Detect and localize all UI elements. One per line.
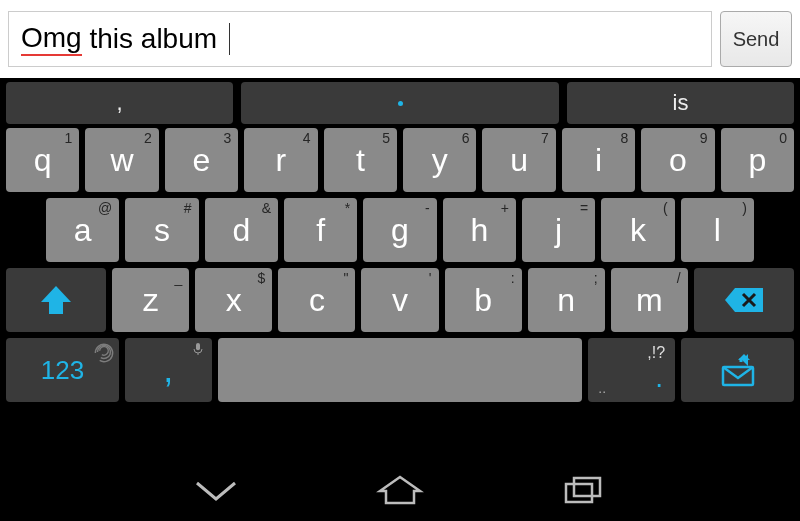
home-icon <box>376 473 424 507</box>
key-main: e <box>193 142 211 179</box>
key-sub: 2 <box>144 130 152 146</box>
key-main: f <box>316 212 325 249</box>
suggestion-row: , is <box>6 82 794 124</box>
key-main: l <box>714 212 721 249</box>
key-a[interactable]: @a <box>46 198 119 262</box>
key-sub: 4 <box>303 130 311 146</box>
back-button[interactable] <box>189 470 243 510</box>
period-key[interactable]: ,!? .. . <box>588 338 675 402</box>
key-sub: ) <box>742 200 747 216</box>
key-t[interactable]: 5t <box>324 128 397 192</box>
key-main: v <box>392 282 408 319</box>
key-s[interactable]: #s <box>125 198 198 262</box>
send-label: Send <box>733 28 780 51</box>
key-sub: 0 <box>779 130 787 146</box>
key-main: t <box>356 142 365 179</box>
key-main: a <box>74 212 92 249</box>
numbers-key[interactable]: 123 <box>6 338 119 402</box>
key-main: z <box>143 282 159 319</box>
svg-rect-3 <box>566 484 592 502</box>
suggestion-dot-icon <box>398 101 403 106</box>
key-main: u <box>510 142 528 179</box>
key-h[interactable]: +h <box>443 198 516 262</box>
comma-label: , <box>163 349 173 391</box>
key-sub: 8 <box>620 130 628 146</box>
key-main: w <box>111 142 134 179</box>
message-input[interactable]: Omg this album <box>8 11 712 67</box>
key-f[interactable]: *f <box>284 198 357 262</box>
key-main: o <box>669 142 687 179</box>
key-main: n <box>557 282 575 319</box>
enter-key[interactable] <box>681 338 794 402</box>
key-main: i <box>595 142 602 179</box>
send-button[interactable]: Send <box>720 11 792 67</box>
key-main: k <box>630 212 646 249</box>
key-main: b <box>474 282 492 319</box>
key-b[interactable]: :b <box>445 268 522 332</box>
home-button[interactable] <box>373 470 427 510</box>
key-l[interactable]: )l <box>681 198 754 262</box>
key-k[interactable]: (k <box>601 198 674 262</box>
suggestion-left[interactable]: , <box>6 82 233 124</box>
period-main-label: . <box>655 362 663 394</box>
numbers-label: 123 <box>41 355 84 386</box>
key-d[interactable]: &d <box>205 198 278 262</box>
key-j[interactable]: =j <box>522 198 595 262</box>
svg-rect-0 <box>196 343 200 350</box>
key-sub: 5 <box>382 130 390 146</box>
key-main: p <box>748 142 766 179</box>
key-z[interactable]: _z <box>112 268 189 332</box>
key-sub: * <box>345 200 350 216</box>
shift-key[interactable] <box>6 268 106 332</box>
key-y[interactable]: 6y <box>403 128 476 192</box>
key-e[interactable]: 3e <box>165 128 238 192</box>
send-message-icon <box>719 353 757 387</box>
key-main: g <box>391 212 409 249</box>
key-q[interactable]: 1q <box>6 128 79 192</box>
key-w[interactable]: 2w <box>85 128 158 192</box>
suggestion-right[interactable]: is <box>567 82 794 124</box>
backspace-icon <box>723 286 765 314</box>
key-u[interactable]: 7u <box>482 128 555 192</box>
key-sub: - <box>425 200 430 216</box>
key-p[interactable]: 0p <box>721 128 794 192</box>
keyboard-panel: , is 1q2w3e4r5t6y7u8i9o0p @a#s&d*f-g+h=j… <box>0 78 800 458</box>
key-sub: @ <box>98 200 112 216</box>
input-bar: Omg this album Send <box>0 0 800 78</box>
key-c[interactable]: "c <box>278 268 355 332</box>
space-key[interactable] <box>218 338 583 402</box>
key-m[interactable]: /m <box>611 268 688 332</box>
key-main: r <box>276 142 287 179</box>
input-rest: this album <box>89 23 224 55</box>
key-x[interactable]: $x <box>195 268 272 332</box>
key-row-1: 1q2w3e4r5t6y7u8i9o0p <box>6 128 794 192</box>
key-row-4: 123 , ,!? .. . <box>6 338 794 402</box>
key-n[interactable]: ;n <box>528 268 605 332</box>
key-sub: ( <box>663 200 668 216</box>
key-main: j <box>555 212 562 249</box>
key-sub: 9 <box>700 130 708 146</box>
key-main: x <box>226 282 242 319</box>
key-sub: / <box>677 270 681 286</box>
swiftkey-logo-icon <box>91 340 117 366</box>
shift-icon <box>39 284 73 316</box>
recents-icon <box>562 474 606 506</box>
key-o[interactable]: 9o <box>641 128 714 192</box>
comma-key[interactable]: , <box>125 338 212 402</box>
svg-rect-1 <box>739 358 742 362</box>
key-sub: : <box>511 270 515 286</box>
backspace-key[interactable] <box>694 268 794 332</box>
key-sub: _ <box>174 270 182 286</box>
key-sub: 3 <box>223 130 231 146</box>
key-main: y <box>432 142 448 179</box>
period-sub-label: ,!? <box>647 344 665 362</box>
key-r[interactable]: 4r <box>244 128 317 192</box>
key-g[interactable]: -g <box>363 198 436 262</box>
key-v[interactable]: 'v <box>361 268 438 332</box>
key-i[interactable]: 8i <box>562 128 635 192</box>
key-main: d <box>232 212 250 249</box>
recents-button[interactable] <box>557 470 611 510</box>
period-sub2-label: .. <box>598 380 606 396</box>
key-row-2: @a#s&d*f-g+h=j(k)l <box>6 198 794 262</box>
suggestion-middle[interactable] <box>241 82 559 124</box>
